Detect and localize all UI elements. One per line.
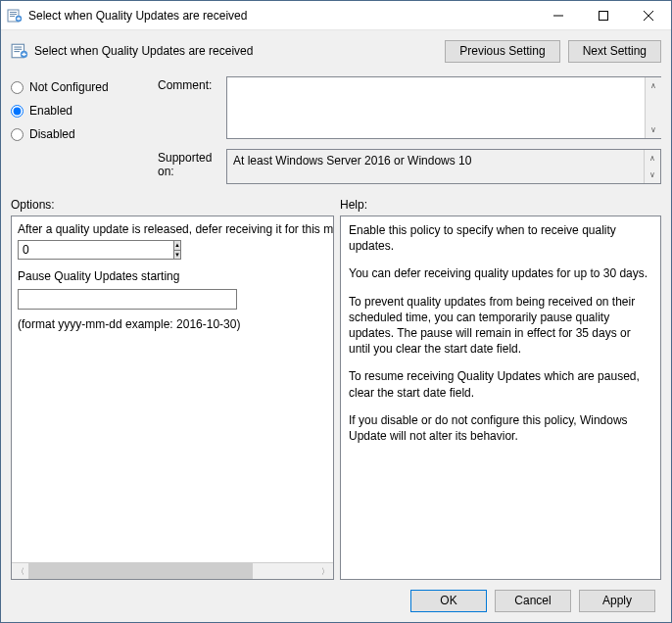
minimize-button[interactable] bbox=[536, 1, 581, 29]
supported-scrollbar[interactable]: ∧ ∨ bbox=[644, 150, 660, 183]
svg-rect-2 bbox=[10, 14, 17, 15]
comment-scrollbar[interactable]: ∧ ∨ bbox=[645, 77, 661, 138]
scrollbar-thumb[interactable] bbox=[28, 563, 253, 579]
scroll-left-icon[interactable]: 〈 bbox=[12, 566, 28, 577]
comment-field[interactable]: ∧ ∨ bbox=[226, 76, 661, 139]
policy-icon bbox=[7, 8, 23, 24]
svg-rect-8 bbox=[600, 11, 608, 20]
comment-label: Comment: bbox=[158, 76, 226, 139]
radio-disabled-label: Disabled bbox=[29, 127, 75, 141]
radio-not-configured[interactable]: Not Configured bbox=[11, 80, 158, 94]
content-area: Select when Quality Updates are received… bbox=[1, 30, 671, 622]
scroll-right-icon[interactable]: 〉 bbox=[316, 566, 333, 577]
radio-not-configured-input[interactable] bbox=[11, 81, 24, 94]
cancel-button[interactable]: Cancel bbox=[495, 590, 571, 612]
radio-disabled-input[interactable] bbox=[11, 128, 24, 141]
pause-updates-label: Pause Quality Updates starting bbox=[18, 269, 331, 283]
close-button[interactable] bbox=[626, 1, 671, 29]
svg-rect-1 bbox=[10, 12, 17, 13]
dialog-footer: OK Cancel Apply bbox=[11, 580, 661, 616]
maximize-button[interactable] bbox=[581, 1, 626, 29]
help-paragraph: To resume receiving Quality Updates whic… bbox=[349, 368, 652, 400]
scroll-down-icon[interactable]: ∨ bbox=[645, 167, 660, 183]
scroll-up-icon[interactable]: ∧ bbox=[645, 150, 660, 167]
previous-setting-button[interactable]: Previous Setting bbox=[445, 40, 559, 63]
help-panel: Enable this policy to specify when to re… bbox=[340, 216, 661, 580]
radio-disabled[interactable]: Disabled bbox=[11, 127, 158, 141]
help-paragraph: You can defer receiving quality updates … bbox=[349, 265, 652, 281]
svg-rect-6 bbox=[17, 18, 21, 19]
svg-rect-14 bbox=[14, 51, 20, 52]
scroll-down-icon[interactable]: ∨ bbox=[646, 121, 661, 138]
supported-on-label: Supported on: bbox=[158, 149, 226, 184]
radio-enabled[interactable]: Enabled bbox=[11, 104, 158, 118]
date-format-hint: (format yyyy-mm-dd example: 2016-10-30) bbox=[18, 317, 331, 331]
help-paragraph: To prevent quality updates from being re… bbox=[349, 294, 652, 358]
svg-rect-12 bbox=[14, 47, 22, 48]
radio-not-configured-label: Not Configured bbox=[29, 80, 109, 94]
apply-button[interactable]: Apply bbox=[579, 590, 655, 612]
options-panel: After a quality update is released, defe… bbox=[11, 216, 334, 580]
radio-enabled-label: Enabled bbox=[29, 104, 72, 118]
defer-days-input[interactable] bbox=[18, 240, 173, 260]
spinner-up-icon[interactable]: ▲ bbox=[174, 241, 180, 251]
scroll-up-icon[interactable]: ∧ bbox=[646, 77, 661, 94]
defer-days-spinner[interactable]: ▲ ▼ bbox=[18, 240, 129, 260]
supported-on-field: At least Windows Server 2016 or Windows … bbox=[226, 149, 661, 184]
ok-button[interactable]: OK bbox=[410, 590, 487, 612]
options-heading: Options: bbox=[11, 198, 340, 212]
policy-header-icon bbox=[11, 42, 28, 60]
svg-rect-13 bbox=[14, 49, 22, 50]
pause-start-date-input[interactable] bbox=[18, 289, 237, 310]
options-horizontal-scrollbar[interactable]: 〈 〉 bbox=[12, 562, 333, 579]
next-setting-button[interactable]: Next Setting bbox=[568, 40, 661, 63]
help-paragraph: If you disable or do not configure this … bbox=[349, 412, 652, 444]
supported-on-value: At least Windows Server 2016 or Windows … bbox=[233, 154, 489, 168]
radio-enabled-input[interactable] bbox=[11, 105, 24, 118]
titlebar: Select when Quality Updates are received bbox=[1, 1, 671, 30]
window-title: Select when Quality Updates are received bbox=[28, 9, 536, 23]
help-heading: Help: bbox=[340, 198, 367, 212]
svg-rect-17 bbox=[22, 54, 26, 55]
help-paragraph: Enable this policy to specify when to re… bbox=[349, 222, 652, 254]
header-row: Select when Quality Updates are received… bbox=[11, 38, 661, 63]
defer-days-label: After a quality update is released, defe… bbox=[18, 222, 331, 236]
header-title: Select when Quality Updates are received bbox=[34, 44, 253, 58]
spinner-down-icon[interactable]: ▼ bbox=[174, 251, 180, 260]
window-controls bbox=[536, 1, 671, 29]
svg-rect-3 bbox=[10, 16, 15, 17]
